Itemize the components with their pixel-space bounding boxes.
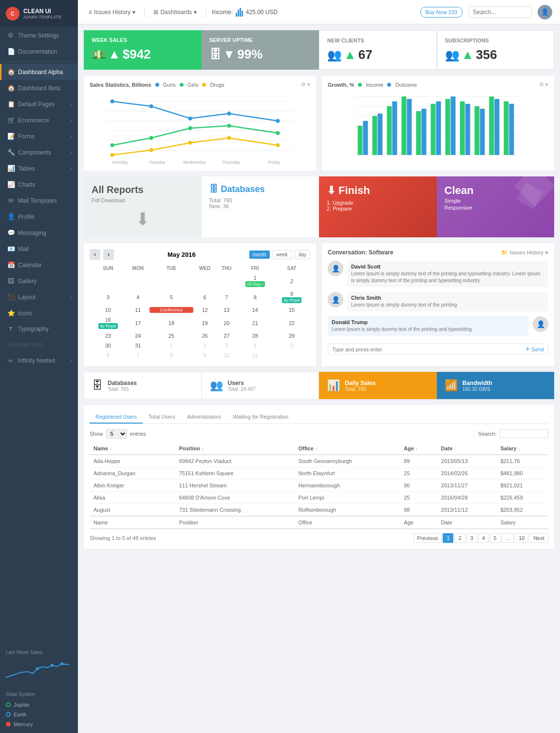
- buy-now-button[interactable]: Buy Now 233: [420, 7, 463, 18]
- sidebar-item-profile[interactable]: 👤 Profile: [0, 209, 78, 225]
- table-row: 164p Repe 17 18 19 20 21 22: [90, 315, 310, 331]
- table-row: 3 4 5 6 7 8 94p Repe: [90, 289, 310, 305]
- chat-send-button[interactable]: ✈ Send: [525, 346, 544, 352]
- page-next-button[interactable]: Next: [529, 533, 548, 543]
- sidebar-item-gallery[interactable]: 🖼 Gallery: [0, 273, 78, 289]
- legend-income-dot: [358, 83, 362, 87]
- chart-settings-icon[interactable]: ⚙ ▾: [301, 81, 310, 88]
- chat-message-3: 👤 Donald Trump Lorem Ipsum is simply dum…: [328, 316, 548, 336]
- issues-icon: ≡: [89, 9, 92, 16]
- sidebar-item-default-pages[interactable]: 📋 Default Pages ›: [0, 96, 78, 112]
- sidebar-item-icons[interactable]: ⭐ Icons: [0, 305, 78, 321]
- chat-header-right: 📁 Issues History ▾: [501, 250, 548, 256]
- sidebar-item-dashboard-beta[interactable]: 🏠 Dashboard Beta: [0, 80, 78, 96]
- sidebar-item-ecommerce[interactable]: 🛒 Ecommerce ›: [0, 112, 78, 128]
- planet-mercury[interactable]: Mercury: [6, 719, 72, 729]
- svg-rect-43: [407, 99, 412, 155]
- sidebar-item-dashboard-alpha[interactable]: 🏠 Dashboard Alpha: [0, 64, 78, 80]
- sidebar-logo: C CLEAN UI ADMIN TEMPLATE: [0, 0, 78, 27]
- sort-office-icon[interactable]: ↕: [315, 446, 317, 451]
- chat-card: Conversation: Software 📁 Issues History …: [322, 243, 554, 366]
- table-row: August731 Stiedemann CrossingRolfsonboro…: [90, 504, 548, 517]
- growth-chart-settings-icon[interactable]: ⚙ ▾: [539, 81, 548, 88]
- sidebar-item-theme-settings[interactable]: ⚙ Theme Settings: [0, 27, 78, 43]
- dashboards-nav[interactable]: ⊞ Dashboards ▾: [150, 9, 200, 16]
- chevron-right-icon4: ›: [71, 150, 72, 155]
- sidebar-item-calendar[interactable]: 📅 Calendar: [0, 257, 78, 273]
- sidebar-item-tables[interactable]: 📊 Tables ›: [0, 160, 78, 176]
- page-3-button[interactable]: 3: [467, 533, 477, 543]
- chat-input[interactable]: [332, 347, 523, 352]
- sidebar-item-documentation[interactable]: 📄 Documentation: [0, 43, 78, 59]
- sidebar-item-forms[interactable]: 📝 Forms ›: [0, 128, 78, 144]
- page-prev-button[interactable]: Previous: [413, 533, 442, 543]
- tab-waiting-for-registration[interactable]: Waiting for Registration: [227, 411, 294, 424]
- stat-icon-subscriptions: 👥: [445, 48, 460, 62]
- chevron-right-icon5: ›: [71, 166, 72, 171]
- search-input[interactable]: [468, 6, 532, 18]
- table-search-input[interactable]: [500, 429, 548, 438]
- arrow-up-icon2: ▲: [344, 47, 356, 62]
- sidebar-item-mail-templates[interactable]: ✉ Mail Templates: [0, 193, 78, 209]
- sort-name-icon[interactable]: ↕: [110, 446, 112, 451]
- page-2-button[interactable]: 2: [454, 533, 465, 543]
- tab-registered-users[interactable]: Registered Users: [90, 411, 143, 424]
- page-5-button[interactable]: 5: [490, 533, 501, 543]
- sidebar-item-mail[interactable]: 📧 Mail: [0, 241, 78, 257]
- page-4-button[interactable]: 4: [478, 533, 489, 543]
- svg-rect-56: [504, 101, 509, 155]
- income-bars: [236, 8, 243, 17]
- sidebar-item-typography[interactable]: T Typography: [0, 321, 78, 337]
- chat-avatar-donald: 👤: [533, 316, 548, 332]
- calendar-day-button[interactable]: day: [295, 250, 310, 259]
- daily-sales-icon: 📊: [327, 379, 340, 392]
- sort-position-icon[interactable]: ↕: [202, 446, 204, 451]
- sidebar-item-messaging[interactable]: 💬 Messaging: [0, 225, 78, 241]
- svg-rect-55: [495, 99, 500, 155]
- bottom-stat-users: 👥 Users Total: 24 467: [202, 372, 319, 399]
- sidebar-item-charts[interactable]: 📈 Charts: [0, 176, 78, 193]
- download-icon-area: ⬇: [92, 209, 194, 230]
- svg-rect-46: [431, 104, 436, 155]
- svg-point-1: [51, 664, 54, 667]
- tab-total-users[interactable]: Total Users: [143, 411, 181, 424]
- page-10-button[interactable]: 10: [515, 533, 528, 543]
- calendar-prev-button[interactable]: ‹: [90, 249, 100, 260]
- planet-jupiter[interactable]: Jupiter: [6, 700, 72, 710]
- sort-salary-icon[interactable]: ↕: [518, 446, 521, 451]
- sidebar-item-infinity-nested[interactable]: ∞ Infinity Nested ›: [0, 352, 78, 368]
- table-per-page-select[interactable]: 5 10 25: [106, 429, 127, 439]
- finish-icon: ⬇: [327, 184, 336, 197]
- last-week-sales-section: Last Week Sales: [0, 646, 78, 688]
- clean-card: Clean Simple Responsive: [437, 176, 555, 237]
- stat-week-sales: WEEK SALES 💵 ▲ $942: [84, 30, 202, 70]
- income-bar4: [242, 11, 243, 17]
- chevron-down-icon3: ▾: [545, 250, 548, 256]
- sidebar-item-layout[interactable]: ⬛ Layout ›: [0, 289, 78, 305]
- home-icon: 🏠: [7, 68, 14, 76]
- sidebar-item-components[interactable]: 🔧 Components ›: [0, 144, 78, 160]
- planet-earth[interactable]: Earth: [6, 710, 72, 719]
- charts-icon: 📈: [7, 181, 14, 188]
- mercury-dot: [6, 722, 11, 727]
- calendar-week-button[interactable]: week: [273, 250, 292, 259]
- components-icon: 🔧: [7, 149, 14, 156]
- svg-point-14: [111, 143, 114, 147]
- chevron-right-icon3: ›: [71, 134, 72, 139]
- sales-chart-header: Sales Statistics, Billions Guns Girls Dr…: [90, 81, 310, 88]
- logo-icon: C: [6, 7, 19, 20]
- page-1-button[interactable]: 1: [443, 533, 453, 543]
- calendar-next-button[interactable]: ›: [103, 249, 114, 260]
- download-icon: ⬇: [135, 209, 150, 229]
- table-row: 1All Day ! 2: [90, 273, 310, 289]
- sort-date-icon[interactable]: ↕: [454, 446, 456, 451]
- earth-dot: [6, 712, 11, 717]
- svg-point-17: [227, 124, 231, 128]
- tab-administrators[interactable]: Administrators: [181, 411, 227, 424]
- sort-age-icon[interactable]: ↕: [415, 446, 418, 451]
- issues-history-nav[interactable]: ≡ Issues History ▾: [86, 9, 138, 16]
- dashboard-icon: ⊞: [153, 9, 158, 16]
- svg-rect-57: [509, 104, 514, 155]
- jupiter-dot: [6, 702, 11, 707]
- calendar-month-button[interactable]: month: [249, 251, 270, 259]
